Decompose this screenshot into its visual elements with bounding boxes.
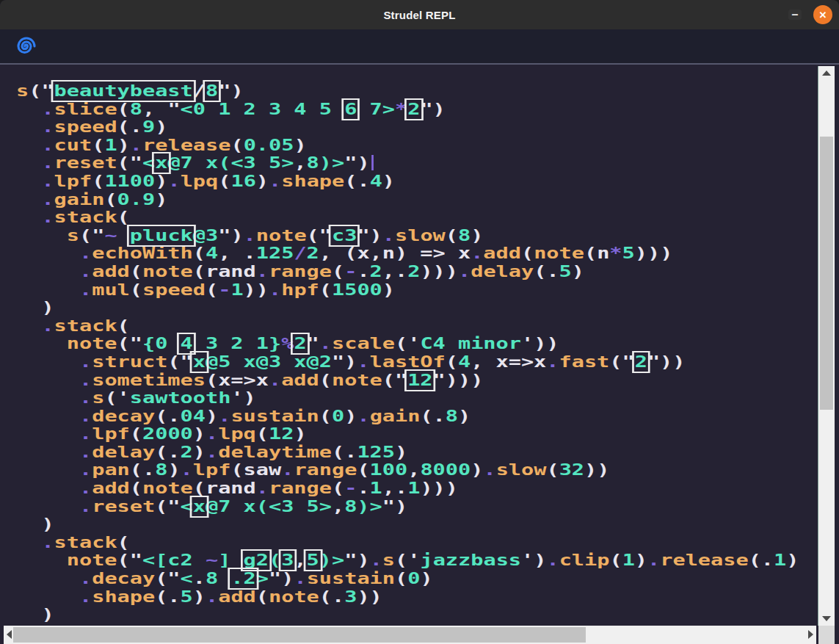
- active-event-highlight: 12: [407, 372, 432, 389]
- code-line: note("<[c2 ~] g2(3,5)>").s('jazzbass').c…: [16, 551, 799, 570]
- horizontal-scrollbar[interactable]: [4, 626, 816, 644]
- strudel-spiral-logo-icon[interactable]: [16, 36, 37, 57]
- active-event-highlight: beautybeast: [54, 82, 193, 100]
- code-line: s("beautybeast/8"): [16, 82, 799, 101]
- code-line: .shape(.5).add(note(.3)): [16, 588, 799, 607]
- code-line: s("~ pluck@3").note("c3").slow(8): [16, 227, 799, 245]
- strudel-repl-window: Strudel REPL – ✕ s("beautybeast/8") .sli…: [0, 0, 839, 644]
- code-line: .reset("<x@7 x(<3 5>,8)>"): [16, 498, 799, 516]
- code-line: .decay("<.8 .2>").sustain(0): [16, 570, 799, 588]
- code-editor[interactable]: s("beautybeast/8") .slice(8, "<0 1 2 3 4…: [16, 82, 799, 642]
- active-event-highlight: 3: [281, 551, 294, 569]
- code-line: .pan(.8).lpf(saw.range(100,8000).slow(32…: [16, 461, 799, 480]
- code-line: .stack(: [16, 534, 799, 552]
- code-line: .s('sawtooth'): [16, 389, 799, 408]
- scroll-left-arrow-icon[interactable]: [7, 630, 12, 639]
- active-event-highlight: c3: [332, 227, 357, 245]
- vertical-scrollbar-thumb[interactable]: [820, 137, 833, 410]
- active-event-highlight: x: [155, 154, 167, 172]
- code-line: .reset("<x@7 x(<3 5>,8)>"): [16, 154, 799, 173]
- code-line: .lpf(1100).lpq(16).shape(.4): [16, 173, 799, 191]
- minimize-button[interactable]: –: [788, 10, 802, 20]
- code-line: .speed(.9): [16, 118, 799, 137]
- active-event-highlight: 8: [206, 82, 218, 100]
- code-line: .delay(.2).delaytime(.125): [16, 444, 799, 462]
- code-line: .sometimes(x=>x.add(note("12"))): [16, 372, 799, 390]
- code-line: .echoWith(4, .125/2, (x,n) => x.add(note…: [16, 245, 799, 263]
- active-event-highlight: 2: [635, 353, 647, 371]
- text-cursor: [371, 155, 374, 170]
- vertical-scrollbar[interactable]: [818, 66, 835, 626]
- code-line: .add(note(rand.range(-.1,.1))): [16, 480, 799, 498]
- editor-area: s("beautybeast/8") .slice(8, "<0 1 2 3 4…: [0, 66, 839, 644]
- code-line: .slice(8, "<0 1 2 3 4 5 6 7>*2"): [16, 101, 799, 119]
- active-event-highlight: 2: [294, 335, 306, 352]
- active-event-highlight: x: [193, 353, 206, 371]
- scrollbar-corner: [818, 626, 835, 644]
- window-controls: – ✕: [788, 0, 832, 29]
- close-button[interactable]: ✕: [813, 5, 832, 24]
- app-header: [0, 29, 839, 65]
- code-line: .stack(: [16, 317, 799, 336]
- active-event-highlight: 6: [344, 101, 357, 118]
- code-line: .cut(1).release(0.05): [16, 137, 799, 155]
- active-event-highlight: 4: [181, 335, 193, 352]
- active-event-highlight: 2: [407, 101, 420, 118]
- active-event-highlight: pluck: [130, 227, 193, 245]
- window-title: Strudel REPL: [383, 9, 455, 21]
- active-event-highlight: x: [193, 498, 206, 515]
- active-event-highlight: .2: [230, 570, 255, 587]
- active-event-highlight: 5: [307, 551, 319, 569]
- code-line: .mul(speed(-1)).hpf(1500): [16, 281, 799, 300]
- scroll-right-arrow-icon[interactable]: [808, 630, 813, 639]
- code-line: note("{0 4 3 2 1}%2".scale('C4 minor')): [16, 335, 799, 353]
- code-line: .lpf(2000).lpq(12): [16, 425, 799, 444]
- code-line: .stack(: [16, 209, 799, 227]
- active-event-highlight: g2: [244, 551, 269, 569]
- titlebar[interactable]: Strudel REPL – ✕: [0, 0, 839, 29]
- code-line: .struct("x@5 x@3 x@2").lastOf(4, x=>x.fa…: [16, 353, 799, 372]
- code-line: ): [16, 606, 799, 624]
- horizontal-scrollbar-thumb[interactable]: [13, 627, 586, 643]
- scroll-up-arrow-icon[interactable]: [822, 70, 831, 76]
- code-line: .add(note(rand.range(-.2,.2))).delay(.5): [16, 263, 799, 281]
- code-line: ): [16, 299, 799, 317]
- code-line: ): [16, 515, 799, 534]
- code-line: .gain(0.9): [16, 191, 799, 209]
- code-line: .decay(.04).sustain(0).gain(.8): [16, 408, 799, 426]
- scroll-down-arrow-icon[interactable]: [822, 616, 831, 621]
